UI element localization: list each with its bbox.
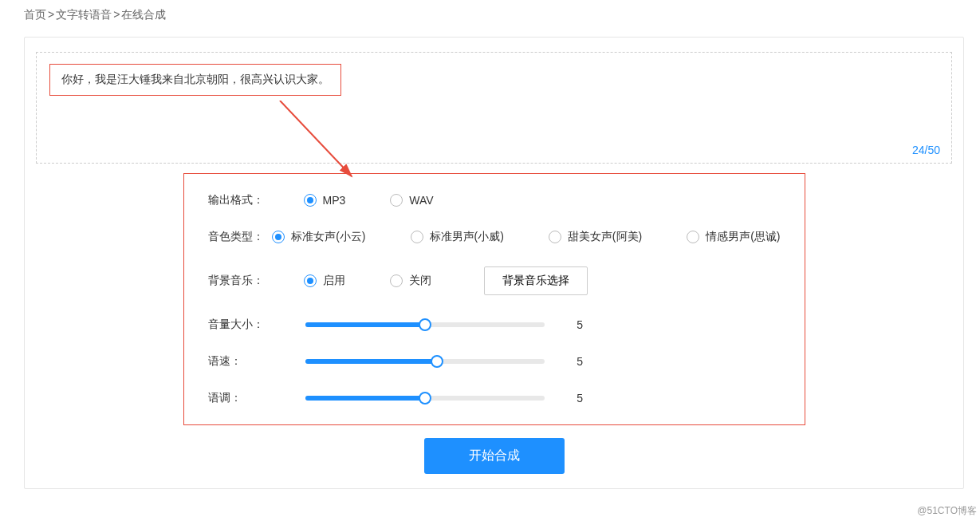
watermark: @51CTO博客 (917, 504, 977, 505)
row-pitch: 语调： 5 (208, 391, 781, 405)
char-counter: 24/50 (912, 144, 940, 156)
label-pitch: 语调： (208, 391, 290, 405)
radio-voice-male-emotion[interactable]: 情感男声(思诚) (687, 230, 780, 244)
main-card: 你好，我是汪大锤我来自北京朝阳，很高兴认识大家。 24/50 输出格式： MP3… (24, 37, 964, 489)
radio-format-wav[interactable]: WAV (390, 194, 433, 207)
row-bgm: 背景音乐： 启用 关闭 背景音乐选择 (208, 266, 781, 295)
row-volume: 音量大小： 5 (208, 318, 781, 332)
slider-pitch-thumb[interactable] (419, 392, 431, 405)
submit-button[interactable]: 开始合成 (424, 438, 565, 474)
radio-format-mp3[interactable]: MP3 (304, 194, 346, 207)
slider-volume-thumb[interactable] (419, 318, 431, 331)
breadcrumb-home[interactable]: 首页 (24, 8, 46, 21)
slider-speed-fill (305, 359, 437, 364)
slider-volume-fill (305, 322, 425, 327)
slider-volume[interactable] (305, 322, 545, 327)
slider-pitch[interactable] (305, 396, 545, 401)
svg-line-0 (280, 101, 352, 176)
label-voice-type: 音色类型： (208, 230, 273, 244)
row-output-format: 输出格式： MP3 WAV (208, 193, 781, 207)
slider-pitch-fill (305, 396, 425, 401)
radio-voice-male-std[interactable]: 标准男声(小威) (411, 230, 504, 244)
bgm-select-button[interactable]: 背景音乐选择 (484, 266, 588, 295)
label-bgm: 背景音乐： (208, 274, 304, 288)
radio-bgm-disable[interactable]: 关闭 (390, 274, 431, 288)
volume-value: 5 (577, 318, 592, 331)
breadcrumb-current: 在线合成 (121, 8, 166, 21)
breadcrumb-tts[interactable]: 文字转语音 (56, 8, 112, 21)
settings-panel: 输出格式： MP3 WAV 音色类型： 标准女声(小云) 标准男声(小威) 甜美… (183, 173, 805, 425)
label-volume: 音量大小： (208, 318, 290, 332)
slider-speed[interactable] (305, 359, 545, 364)
radio-voice-female-sweet[interactable]: 甜美女声(阿美) (549, 230, 642, 244)
label-output-format: 输出格式： (208, 193, 304, 207)
label-speed: 语速： (208, 354, 290, 369)
pitch-value: 5 (577, 392, 592, 405)
radio-voice-female-std[interactable]: 标准女声(小云) (272, 230, 365, 244)
slider-speed-thumb[interactable] (431, 355, 443, 368)
breadcrumb: 首页>文字转语音>在线合成 (24, 8, 964, 22)
row-speed: 语速： 5 (208, 354, 781, 369)
input-text: 你好，我是汪大锤我来自北京朝阳，很高兴认识大家。 (49, 64, 341, 96)
text-input-area[interactable]: 你好，我是汪大锤我来自北京朝阳，很高兴认识大家。 24/50 (36, 52, 952, 164)
row-voice-type: 音色类型： 标准女声(小云) 标准男声(小威) 甜美女声(阿美) 情感男声(思诚… (208, 230, 781, 244)
speed-value: 5 (577, 355, 592, 368)
radio-bgm-enable[interactable]: 启用 (304, 274, 345, 288)
